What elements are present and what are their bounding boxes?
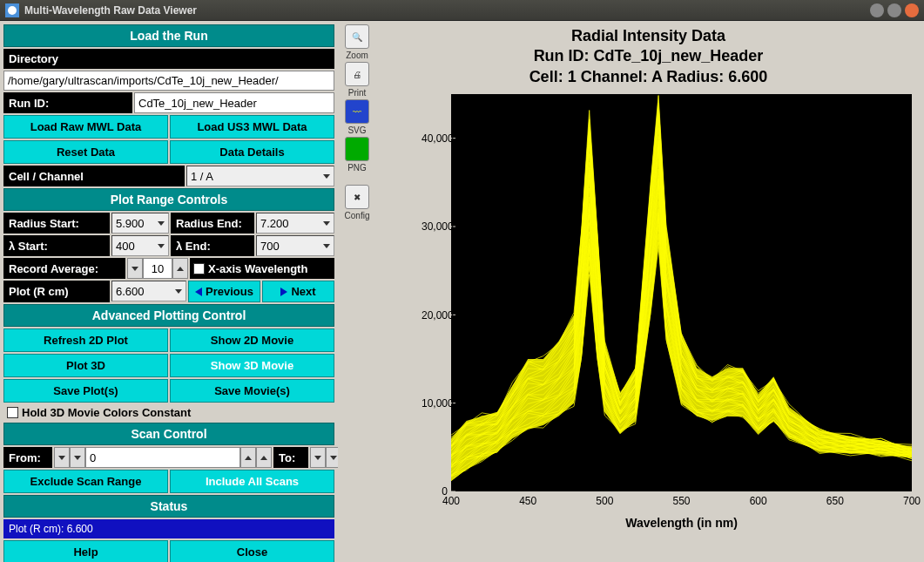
plot-rcm-label: Plot (R cm) [3, 281, 110, 302]
load-us3-button[interactable]: Load US3 MWL Data [170, 115, 334, 139]
radius-start-combo[interactable]: 5.900 [111, 213, 169, 234]
close-button[interactable]: Close [170, 540, 334, 562]
from-fine-down-button[interactable] [70, 447, 85, 468]
save-plots-button[interactable]: Save Plot(s) [3, 379, 168, 403]
radius-end-combo[interactable]: 7.200 [256, 213, 334, 234]
lambda-end-combo[interactable]: 700 [256, 235, 334, 256]
from-coarse-up-button[interactable] [256, 447, 272, 468]
next-button[interactable]: Next [262, 281, 334, 302]
x-axis-label: Wavelength (in nm) [451, 516, 912, 530]
plot-svg [451, 94, 912, 491]
chevron-down-icon [158, 244, 165, 248]
config-icon: ✖ [345, 185, 369, 209]
chevron-down-icon [323, 221, 330, 226]
window-close-button[interactable] [905, 3, 919, 17]
plot-area[interactable]: Radial Intensity at 6.600 cm Wavelength … [425, 94, 912, 530]
zoom-icon: 🔍 [345, 24, 369, 49]
to-label: To: [273, 447, 308, 468]
record-avg-input[interactable] [143, 258, 172, 279]
section-plot-range: Plot Range Controls [3, 188, 334, 211]
section-adv-plot: Advanced Plotting Control [3, 304, 334, 327]
help-button[interactable]: Help [3, 540, 168, 562]
save-movies-button[interactable]: Save Movie(s) [170, 379, 334, 403]
cell-channel-value: 1 / A [191, 170, 213, 183]
svg-icon: 〰 [345, 99, 369, 124]
plot-3d-button[interactable]: Plot 3D [3, 354, 168, 377]
chevron-down-icon [323, 244, 330, 248]
from-fine-up-button[interactable] [240, 447, 256, 468]
run-id-label: Run ID: [3, 92, 132, 113]
radius-start-value: 5.900 [116, 217, 145, 230]
show-2d-movie-button[interactable]: Show 2D Movie [170, 328, 334, 352]
include-scans-button[interactable]: Include All Scans [170, 470, 334, 493]
radius-end-label: Radius End: [171, 213, 254, 234]
chart-title-line2: Run ID: CdTe_10j_new_Header [376, 46, 921, 66]
app-icon [5, 3, 19, 17]
triangle-right-icon [280, 288, 287, 296]
hold-colors-checkbox[interactable] [7, 407, 18, 418]
directory-label: Directory [3, 49, 334, 69]
data-details-button[interactable]: Data Details [170, 140, 334, 164]
refresh-2d-button[interactable]: Refresh 2D Plot [3, 328, 168, 352]
left-panel: Load the Run Directory Run ID: Load Raw … [0, 21, 338, 562]
svg-tool[interactable]: 〰SVG [341, 99, 374, 135]
chart-title: Radial Intensity Data Run ID: CdTe_10j_n… [376, 24, 921, 94]
run-id-input[interactable] [134, 92, 334, 113]
previous-button[interactable]: Previous [188, 281, 260, 302]
status-text: Plot (R cm): 6.600 [3, 519, 334, 538]
reset-data-button[interactable]: Reset Data [3, 140, 168, 164]
show-3d-movie-button[interactable]: Show 3D Movie [170, 354, 334, 377]
cell-channel-label: Cell / Channel [3, 166, 185, 186]
lambda-start-label: λ Start: [3, 235, 110, 256]
section-scan-control: Scan Control [3, 423, 334, 445]
lambda-start-combo[interactable]: 400 [111, 235, 169, 256]
record-avg-down-button[interactable] [127, 258, 143, 279]
record-avg-up-button[interactable] [172, 258, 188, 279]
chevron-down-icon [158, 221, 165, 226]
print-tool[interactable]: 🖨Print [341, 62, 374, 98]
config-tool[interactable]: ✖Config [341, 185, 374, 220]
print-icon: 🖨 [345, 62, 369, 86]
from-input[interactable] [85, 447, 240, 468]
minimize-button[interactable] [870, 3, 884, 17]
section-status: Status [3, 495, 334, 518]
png-icon [345, 137, 369, 161]
from-label: From: [3, 447, 52, 468]
chart-title-line1: Radial Intensity Data [376, 26, 921, 46]
chart-title-line3: Cell: 1 Channel: A Radius: 6.600 [376, 67, 921, 87]
plot-toolbar: 🔍Zoom 🖨Print 〰SVG PNG ✖Config [338, 21, 376, 562]
plot-rcm-combo[interactable]: 6.600 [111, 281, 186, 301]
xaxis-wavelength-checkbox[interactable]: ✕ [193, 263, 205, 274]
lambda-start-value: 400 [116, 240, 135, 253]
section-load-run: Load the Run [3, 24, 334, 47]
zoom-tool[interactable]: 🔍Zoom [341, 24, 374, 60]
maximize-button[interactable] [887, 3, 901, 17]
lambda-end-value: 700 [260, 240, 280, 253]
record-avg-label: Record Average: [3, 258, 125, 279]
radius-end-value: 7.200 [260, 217, 289, 230]
chevron-down-icon [175, 289, 182, 294]
titlebar: Multi-Wavelength Raw Data Viewer [0, 0, 924, 21]
load-raw-button[interactable]: Load Raw MWL Data [3, 115, 168, 139]
plot-rcm-value: 6.600 [116, 285, 145, 298]
to-coarse-down-button[interactable] [310, 447, 326, 468]
directory-input[interactable] [3, 71, 334, 91]
radius-start-label: Radius Start: [3, 213, 110, 234]
chart-panel: Radial Intensity Data Run ID: CdTe_10j_n… [376, 21, 924, 562]
exclude-scan-button[interactable]: Exclude Scan Range [3, 470, 168, 493]
hold-colors-label: Hold 3D Movie Colors Constant [22, 406, 191, 419]
svg-point-1 [8, 6, 17, 15]
cell-channel-combo[interactable]: 1 / A [186, 166, 334, 186]
png-tool[interactable]: PNG [341, 137, 374, 173]
from-coarse-down-button[interactable] [54, 447, 70, 468]
chevron-down-icon [323, 174, 330, 179]
lambda-end-label: λ End: [171, 235, 254, 256]
window-title: Multi-Wavelength Raw Data Viewer [24, 4, 197, 17]
triangle-left-icon [195, 288, 202, 296]
xaxis-wavelength-label: X-axis Wavelength [208, 262, 307, 275]
